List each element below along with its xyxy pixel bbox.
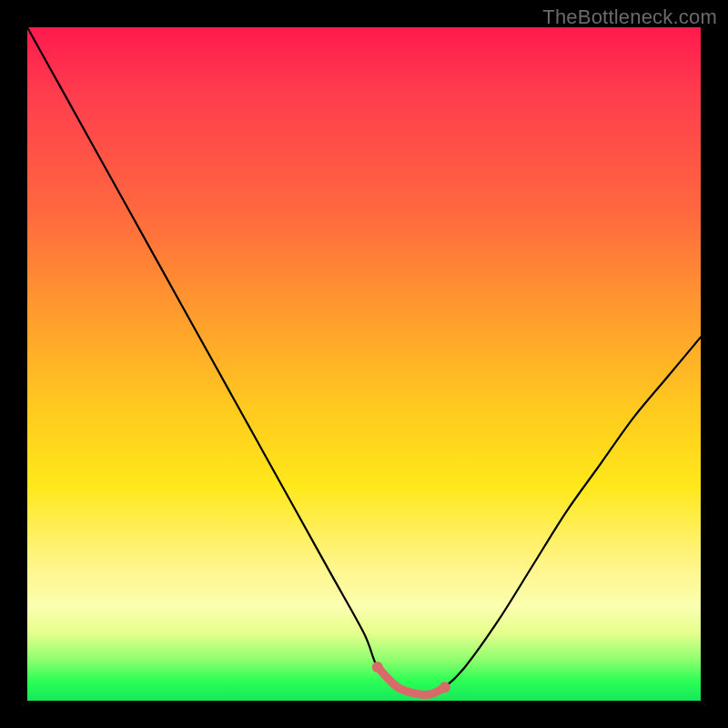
optimal-flat-segment bbox=[378, 667, 445, 695]
chart-frame: TheBottleneck.com bbox=[0, 0, 728, 728]
optimal-endpoint-right bbox=[440, 682, 450, 693]
bottleneck-curve bbox=[27, 27, 701, 695]
curve-layer bbox=[27, 27, 701, 701]
optimal-endpoint-left bbox=[372, 662, 383, 672]
plot-area bbox=[27, 27, 701, 701]
watermark-text: TheBottleneck.com bbox=[542, 5, 717, 29]
